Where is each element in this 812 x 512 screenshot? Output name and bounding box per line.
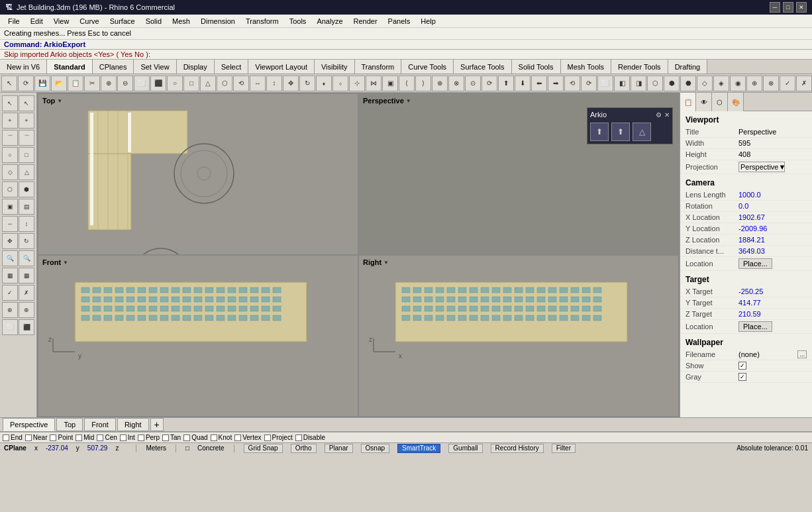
layer-tool[interactable]: ▦: [2, 268, 18, 283]
line-tool-2[interactable]: ⌒: [19, 130, 34, 146]
osnap-tan[interactable]: Tan: [162, 434, 181, 441]
toolbar-btn-33[interactable]: ➡: [548, 76, 564, 91]
osnap-cen[interactable]: Cen: [97, 434, 117, 441]
toolbar-btn-22[interactable]: ⋈: [366, 76, 381, 91]
osnap-checkbox-point[interactable]: [50, 435, 56, 441]
osnap-mid[interactable]: Mid: [76, 434, 94, 441]
ortho-button[interactable]: Ortho: [291, 444, 317, 453]
toolbar-btn-5[interactable]: ✂: [84, 76, 100, 91]
toolbar-btn-31[interactable]: ⬇: [515, 76, 531, 91]
osnap-checkbox-knot[interactable]: [211, 435, 217, 441]
render-tool-2[interactable]: ✗: [19, 285, 34, 301]
vp-tab-top[interactable]: Top: [56, 418, 83, 431]
dim-tool-2[interactable]: ↕: [19, 216, 34, 232]
toolbar-btn-16[interactable]: ↕: [266, 76, 282, 91]
tab-display[interactable]: Display: [177, 60, 215, 74]
osnap-vertex[interactable]: Vertex: [234, 434, 261, 441]
rpanel-tab-materials[interactable]: 🎨: [728, 93, 744, 111]
toolbar-btn-30[interactable]: ⬆: [498, 76, 514, 91]
menu-item-file[interactable]: File: [3, 15, 25, 28]
rpanel-tab-properties[interactable]: 📋: [680, 93, 696, 111]
tab-curve-tools[interactable]: Curve Tools: [401, 60, 454, 74]
gray-checkbox[interactable]: ✓: [738, 373, 746, 381]
viewport-perspective[interactable]: Perspective ▼: [359, 94, 678, 254]
tab-select[interactable]: Select: [215, 60, 249, 74]
vp-tab-perspective[interactable]: Perspective: [3, 418, 55, 431]
grid-snap-button[interactable]: Grid Snap: [244, 444, 283, 453]
toolbar-btn-21[interactable]: ⊹: [349, 76, 365, 91]
osnap-checkbox-int[interactable]: [120, 435, 127, 441]
surface-tool-2[interactable]: △: [19, 164, 34, 180]
viewport-front[interactable]: Front ▼: [38, 256, 358, 416]
osnap-checkbox-near[interactable]: [25, 435, 32, 441]
toolbar-btn-34[interactable]: ⟲: [564, 76, 580, 91]
view-tool[interactable]: ⬜: [2, 319, 18, 335]
tab-mesh-tools[interactable]: Mesh Tools: [561, 60, 611, 74]
toolbar-btn-46[interactable]: ⊗: [763, 76, 779, 91]
layer-tool-2[interactable]: ▦: [19, 268, 34, 283]
mesh-tool[interactable]: ▣: [2, 199, 18, 215]
menu-item-analyze[interactable]: Analyze: [311, 15, 348, 28]
arkio-sync-button[interactable]: ⬆: [611, 123, 630, 141]
toolbar-btn-37[interactable]: ◧: [614, 76, 630, 91]
toolbar-btn-14[interactable]: ⟲: [233, 76, 249, 91]
toolbar-btn-47[interactable]: ✓: [780, 76, 795, 91]
menu-item-surface[interactable]: Surface: [105, 15, 140, 28]
osnap-checkbox-vertex[interactable]: [234, 435, 241, 441]
select-tool-2[interactable]: ↖: [19, 95, 34, 111]
filter-button[interactable]: Filter: [552, 444, 576, 453]
osnap-checkbox-disable[interactable]: [295, 435, 302, 441]
toolbar-btn-19[interactable]: ⬧: [316, 76, 332, 91]
toolbar-btn-8[interactable]: ⬜: [134, 76, 150, 91]
toolbar-btn-3[interactable]: 📂: [51, 76, 67, 91]
record-history-button[interactable]: Record History: [491, 444, 544, 453]
toolbar-btn-35[interactable]: ⟳: [581, 76, 597, 91]
toolbar-btn-39[interactable]: ⬡: [647, 76, 663, 91]
tab-new-in-v6[interactable]: New in V6: [0, 60, 47, 74]
toolbar-btn-41[interactable]: ⬣: [680, 76, 696, 91]
toolbar-btn-1[interactable]: ⟳: [18, 76, 34, 91]
osnap-checkbox-end[interactable]: [3, 435, 9, 441]
snap-tool[interactable]: ⊕: [2, 302, 18, 318]
toolbar-btn-28[interactable]: ⊙: [465, 76, 481, 91]
osnap-checkbox-project[interactable]: [264, 435, 271, 441]
menu-item-mesh[interactable]: Mesh: [167, 15, 195, 28]
arkio-settings-icon[interactable]: ⚙: [656, 111, 662, 119]
analysis-tool[interactable]: 🔍: [2, 250, 18, 266]
menu-item-curve[interactable]: Curve: [74, 15, 104, 28]
toolbar-btn-7[interactable]: ⊖: [117, 76, 133, 91]
select-tool[interactable]: ↖: [2, 95, 18, 111]
render-tool[interactable]: ✓: [2, 285, 18, 301]
viewport-front-arrow[interactable]: ▼: [63, 260, 68, 266]
vp-tab-add-button[interactable]: +: [150, 418, 164, 431]
toolbar-btn-40[interactable]: ⬢: [664, 76, 680, 91]
menu-item-dimension[interactable]: Dimension: [195, 15, 240, 28]
menu-item-panels[interactable]: Panels: [383, 15, 416, 28]
tab-visibility[interactable]: Visibility: [315, 60, 355, 74]
point-tool-2[interactable]: +: [19, 113, 34, 128]
menu-item-transform[interactable]: Transform: [240, 15, 284, 28]
toolbar-btn-0[interactable]: ↖: [1, 76, 17, 91]
osnap-perp[interactable]: Perp: [138, 434, 160, 441]
view-tool-2[interactable]: ⬛: [19, 319, 34, 335]
menu-item-solid[interactable]: Solid: [140, 15, 167, 28]
tab-transform[interactable]: Transform: [355, 60, 402, 74]
arkio-upload-button[interactable]: ⬆: [590, 123, 609, 141]
menu-item-tools[interactable]: Tools: [284, 15, 312, 28]
viewport-top[interactable]: Top ▼: [38, 94, 358, 254]
viewport-right[interactable]: Right ▼: [359, 256, 678, 416]
toolbar-btn-9[interactable]: ⬛: [150, 76, 166, 91]
analysis-tool-2[interactable]: 🔍: [19, 250, 34, 266]
osnap-checkbox-perp[interactable]: [138, 435, 144, 441]
curve-tool[interactable]: ○: [2, 147, 18, 163]
rotate-tool[interactable]: ↻: [19, 233, 34, 249]
minimize-button[interactable]: ─: [770, 2, 780, 13]
filename-browse-icon[interactable]: ...: [797, 350, 807, 358]
point-tool[interactable]: +: [2, 113, 18, 128]
viewport-right-arrow[interactable]: ▼: [383, 260, 389, 266]
toolbar-btn-13[interactable]: ⬡: [217, 76, 232, 91]
rpanel-tab-display[interactable]: 👁: [696, 93, 712, 111]
osnap-checkbox-mid[interactable]: [76, 435, 82, 441]
toolbar-btn-32[interactable]: ⬅: [531, 76, 547, 91]
toolbar-btn-6[interactable]: ⊕: [101, 76, 117, 91]
